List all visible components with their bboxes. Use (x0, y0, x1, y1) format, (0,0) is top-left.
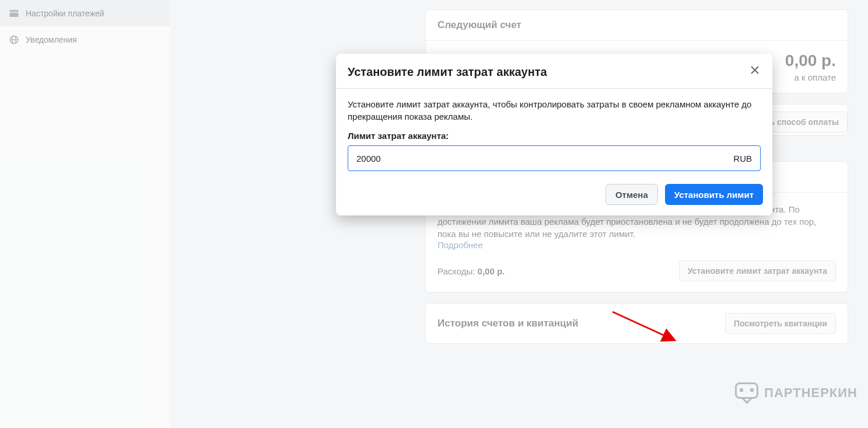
modal-input-label: Лимит затрат аккаунта: (348, 131, 761, 141)
modal-title: Установите лимит затрат аккаунта (348, 65, 737, 79)
close-icon (750, 65, 760, 77)
confirm-set-limit-button[interactable]: Установить лимит (665, 184, 763, 205)
spend-limit-modal: Установите лимит затрат аккаунта Установ… (336, 54, 772, 215)
cancel-button[interactable]: Отмена (606, 184, 658, 205)
spend-limit-input-wrap[interactable]: RUB (348, 145, 761, 171)
currency-label: RUB (733, 154, 752, 163)
spend-limit-input[interactable] (356, 154, 733, 163)
modal-header: Установите лимит затрат аккаунта (336, 54, 772, 88)
modal-description: Установите лимит затрат аккаунта, чтобы … (348, 98, 761, 123)
modal-close-button[interactable] (746, 62, 764, 81)
